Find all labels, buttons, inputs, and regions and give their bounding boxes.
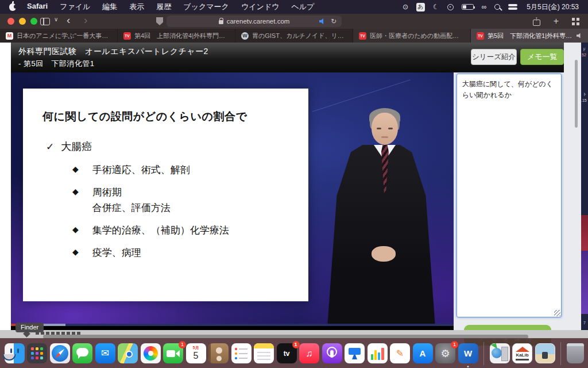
- dock-icon-music[interactable]: ♫: [299, 343, 319, 363]
- diamond-icon: ◆: [72, 247, 79, 256]
- dock-icon-numbers[interactable]: [368, 343, 388, 363]
- menu-file[interactable]: ファイル: [60, 2, 90, 12]
- diamond-icon: ◆: [72, 225, 79, 234]
- tab-speaker-icon[interactable]: [577, 33, 582, 39]
- dock-icon-safari[interactable]: [50, 343, 70, 363]
- menu-history[interactable]: 履歴: [156, 2, 171, 12]
- slide-bullet: ◆ 疫学、病理: [72, 246, 308, 260]
- menu-bookmarks[interactable]: ブックマーク: [183, 2, 229, 12]
- lecture-header: 外科専門医試験 オールエキスパートレクチャー2 - 第5回 下部消化管1 シリー…: [11, 43, 564, 72]
- settings-badge: 1: [451, 341, 458, 348]
- dock-icon-mail[interactable]: ✉: [95, 343, 115, 363]
- strip-fragment: .15: [581, 98, 587, 102]
- menu-help[interactable]: ヘルプ: [291, 2, 314, 12]
- green-arrow-icon: [490, 343, 497, 350]
- dock-icon-appletv[interactable]: tv1: [277, 343, 297, 363]
- vertical-scrollbar[interactable]: [575, 60, 578, 128]
- address-bar[interactable]: carenetv.carenet.com ↻: [167, 16, 342, 27]
- dock-icon-notes[interactable]: [254, 343, 274, 363]
- focus-moon-icon[interactable]: ☾: [433, 3, 439, 10]
- dock: ✉ 1 5月 5 tv1 ♫ ✎ A ⚙1 W KaLib: [0, 338, 588, 368]
- privacy-shield-icon[interactable]: [156, 17, 163, 25]
- dock-icon-appstore[interactable]: A: [413, 343, 433, 363]
- new-tab-button[interactable]: +: [554, 17, 559, 26]
- memo-textarea[interactable]: 大腸癌に関して、何がどのくらい聞かれるか: [457, 74, 562, 317]
- tab-wordpress[interactable]: W 胃のGIST、カルチノイド、リンパ腫、など: [235, 29, 353, 43]
- page-content: 外科専門医試験 オールエキスパートレクチャー2 - 第5回 下部消化管1 シリー…: [0, 43, 588, 368]
- tab-carenetv-4[interactable]: TV 第4回 上部消化管4|外科専門医試験 オール…: [118, 29, 235, 43]
- strip-fragment: ド: [582, 47, 586, 51]
- dock-icon-calendar[interactable]: 5月 5: [186, 343, 206, 363]
- tab-carenetv-5-active[interactable]: TV 第5回 下部消化管1|外科専門医試験 オール…: [471, 29, 588, 43]
- lecture-slide: 何に関しての設問がどのくらいの割合で ✓ 大腸癌 ◆ 手術適応、術式、解剖 ◆ …: [23, 89, 308, 301]
- strip-thumbnail: [581, 215, 588, 251]
- memo-list-button[interactable]: メモ一覧: [520, 49, 564, 65]
- calendar-month: 5月: [186, 345, 206, 351]
- back-button[interactable]: ‹: [67, 14, 70, 26]
- carenetv-icon: TV: [477, 32, 484, 40]
- input-source-icon[interactable]: あ: [416, 3, 425, 12]
- hotspot-icon[interactable]: ∞: [482, 3, 487, 10]
- menu-window[interactable]: ウインドウ: [241, 2, 280, 12]
- tab-overview-icon[interactable]: [572, 18, 579, 25]
- dock-icon-word[interactable]: W: [458, 343, 478, 363]
- dock-icon-photos[interactable]: [141, 343, 161, 363]
- menu-view[interactable]: 表示: [129, 2, 144, 12]
- dock-icon-trash[interactable]: [567, 343, 584, 363]
- slide-bullet-list: ◆ 手術適応、術式、解剖 ◆ 周術期 合併症、評価方法 ◆ 集学的治療、（補助）…: [72, 163, 308, 261]
- zoom-window-button[interactable]: [30, 18, 37, 25]
- menu-safari[interactable]: Safari: [27, 2, 48, 12]
- memo-panel: 大腸癌に関して、何がどのくらい聞かれるか メモを保存: [454, 72, 581, 338]
- kalib-roof-icon: [516, 347, 529, 352]
- tab-group-chevron-icon[interactable]: ∨: [54, 16, 58, 22]
- tab-gmail[interactable]: M 日本のアニメに学ぶ“一番大事な価値観”とは？...: [0, 29, 118, 43]
- dock-icon-launchpad[interactable]: [27, 343, 47, 363]
- sidebar-icon[interactable]: [40, 18, 50, 25]
- menu-bar-clock[interactable]: 5月5日(金) 20:53: [527, 2, 579, 12]
- menu-bar-status-area: ⊙ あ ☾ ∞ 5月5日(金) 20:53: [403, 2, 579, 12]
- appletv-badge: 1: [292, 341, 300, 348]
- series-intro-button[interactable]: シリーズ紹介: [471, 49, 517, 65]
- dock-icon-reminders[interactable]: [231, 343, 252, 363]
- menu-bar: Safari ファイル 編集 表示 履歴 ブックマーク ウインドウ ヘルプ ⊙ …: [0, 0, 588, 14]
- calendar-day: 5: [186, 351, 206, 361]
- dock-icon-facetime[interactable]: 1: [163, 343, 183, 363]
- dock-divider: [560, 342, 561, 365]
- minimize-window-button[interactable]: [19, 18, 26, 25]
- status-circle-icon[interactable]: [447, 4, 454, 10]
- dock-icon-finder[interactable]: [5, 343, 25, 363]
- dock-icon-settings[interactable]: ⚙1: [435, 343, 455, 363]
- dock-icon-image-file[interactable]: [535, 343, 555, 363]
- textarea-resize-grip[interactable]: [554, 310, 560, 316]
- close-window-button[interactable]: [7, 18, 14, 25]
- spotlight-icon[interactable]: [494, 4, 500, 10]
- gmail-icon: M: [6, 32, 13, 40]
- dock-icon-maps[interactable]: [118, 343, 138, 363]
- apple-menu-icon[interactable]: [9, 3, 16, 11]
- player-bottom-edge: [11, 326, 454, 330]
- share-icon[interactable]: ↑: [533, 17, 540, 26]
- decor-line: [312, 79, 410, 112]
- dock-icon-globe-utility[interactable]: [490, 343, 510, 363]
- slide-bullet: ◆ 集学的治療、（補助）化学療法: [72, 223, 308, 238]
- dock-icon-pages[interactable]: ✎: [390, 343, 410, 363]
- video-player[interactable]: 何に関しての設問がどのくらいの割合で ✓ 大腸癌 ◆ 手術適応、術式、解剖 ◆ …: [11, 72, 454, 326]
- battery-icon[interactable]: [462, 4, 474, 10]
- control-center-icon[interactable]: [508, 4, 517, 10]
- tab-carenetv-home[interactable]: TV 医師・医療者のための動画配信サイト｜CareN...: [353, 29, 471, 43]
- bottom-page-band: [0, 330, 588, 338]
- dock-icon-messages[interactable]: [72, 343, 92, 363]
- forward-button[interactable]: ›: [84, 14, 87, 26]
- dock-icon-kalib[interactable]: KaLib: [512, 343, 532, 363]
- dock-icon-keynote[interactable]: [345, 343, 365, 363]
- dock-icon-contacts[interactable]: [208, 343, 229, 363]
- tab-audio-icon[interactable]: [319, 18, 326, 25]
- menu-edit[interactable]: 編集: [102, 2, 117, 12]
- window-controls: [7, 18, 37, 25]
- screen-record-icon[interactable]: ⊙: [403, 3, 408, 10]
- lock-icon: [219, 20, 223, 24]
- dock-icon-podcasts[interactable]: [322, 343, 342, 363]
- carenetv-icon: TV: [123, 32, 131, 40]
- lecturer-face: [372, 113, 398, 145]
- reload-icon[interactable]: ↻: [331, 18, 336, 25]
